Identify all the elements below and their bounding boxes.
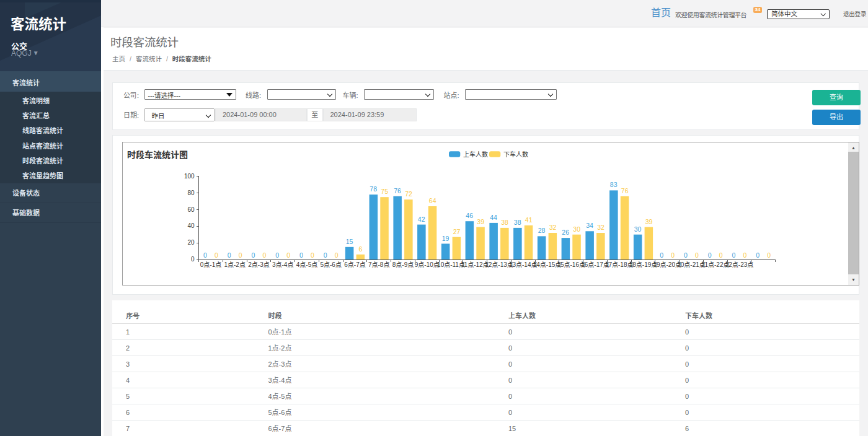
svg-text:38: 38	[514, 219, 521, 226]
svg-text:30: 30	[634, 225, 642, 233]
svg-text:2点-3点: 2点-3点	[248, 261, 269, 268]
svg-text:0: 0	[286, 251, 290, 259]
svg-text:28: 28	[538, 227, 546, 234]
svg-text:32: 32	[549, 224, 557, 231]
svg-text:64: 64	[429, 197, 436, 204]
svg-text:39: 39	[645, 218, 653, 225]
svg-text:9点-10点: 9点-10点	[415, 261, 440, 268]
svg-text:5点-6点: 5点-6点	[320, 261, 341, 268]
svg-text:0点-1点: 0点-1点	[200, 261, 221, 268]
svg-text:下车人数: 下车人数	[503, 150, 528, 158]
svg-text:76: 76	[621, 187, 629, 194]
svg-text:39: 39	[477, 218, 484, 225]
svg-text:44: 44	[490, 214, 497, 221]
svg-text:0: 0	[335, 251, 339, 259]
svg-text:0: 0	[228, 251, 231, 259]
svg-text:4点-5点: 4点-5点	[296, 261, 317, 268]
svg-text:72: 72	[405, 190, 412, 198]
svg-text:22点-23点: 22点-23点	[725, 261, 754, 268]
svg-text:0: 0	[719, 251, 723, 259]
svg-text:46: 46	[466, 212, 473, 219]
svg-text:0: 0	[311, 251, 314, 259]
svg-text:76: 76	[394, 187, 401, 194]
svg-text:78: 78	[370, 185, 377, 193]
svg-text:0: 0	[708, 251, 712, 259]
svg-text:0: 0	[743, 251, 747, 259]
svg-text:30: 30	[573, 225, 580, 233]
svg-text:32: 32	[597, 224, 604, 231]
svg-text:上车人数: 上车人数	[463, 150, 488, 158]
svg-text:0: 0	[767, 251, 771, 259]
svg-text:0: 0	[324, 251, 327, 259]
svg-text:0: 0	[732, 251, 736, 259]
svg-text:0: 0	[263, 251, 267, 259]
svg-text:41: 41	[525, 216, 533, 224]
svg-text:100: 100	[184, 173, 195, 180]
svg-text:80: 80	[187, 190, 195, 196]
svg-text:1点-2点: 1点-2点	[224, 261, 245, 268]
svg-text:时段车流统计图: 时段车流统计图	[127, 150, 188, 160]
svg-text:0: 0	[299, 251, 303, 259]
svg-text:0: 0	[660, 251, 663, 259]
svg-text:83: 83	[610, 181, 618, 188]
svg-text:0: 0	[191, 256, 195, 263]
svg-text:0: 0	[684, 251, 688, 259]
svg-text:0: 0	[695, 251, 699, 259]
svg-text:7点-8点: 7点-8点	[368, 261, 389, 268]
svg-text:6点-7点: 6点-7点	[344, 261, 365, 268]
svg-text:38: 38	[501, 219, 508, 226]
svg-text:75: 75	[381, 188, 388, 195]
svg-text:0: 0	[203, 251, 207, 259]
svg-text:0: 0	[252, 251, 255, 259]
svg-text:3点-4点: 3点-4点	[272, 261, 293, 268]
svg-text:0: 0	[275, 251, 279, 259]
svg-text:20: 20	[187, 239, 195, 246]
svg-text:60: 60	[187, 206, 195, 213]
svg-text:15: 15	[346, 238, 353, 245]
svg-text:0: 0	[756, 251, 760, 259]
svg-text:19: 19	[442, 235, 450, 242]
svg-text:26: 26	[562, 229, 569, 236]
svg-text:0: 0	[671, 251, 675, 259]
svg-text:27: 27	[453, 228, 461, 235]
svg-text:0: 0	[239, 251, 242, 259]
svg-text:0: 0	[215, 251, 218, 259]
svg-text:6: 6	[359, 245, 363, 253]
svg-text:34: 34	[586, 222, 593, 229]
svg-text:40: 40	[187, 222, 195, 229]
svg-text:42: 42	[418, 216, 425, 223]
svg-text:8点-9点: 8点-9点	[392, 261, 414, 268]
